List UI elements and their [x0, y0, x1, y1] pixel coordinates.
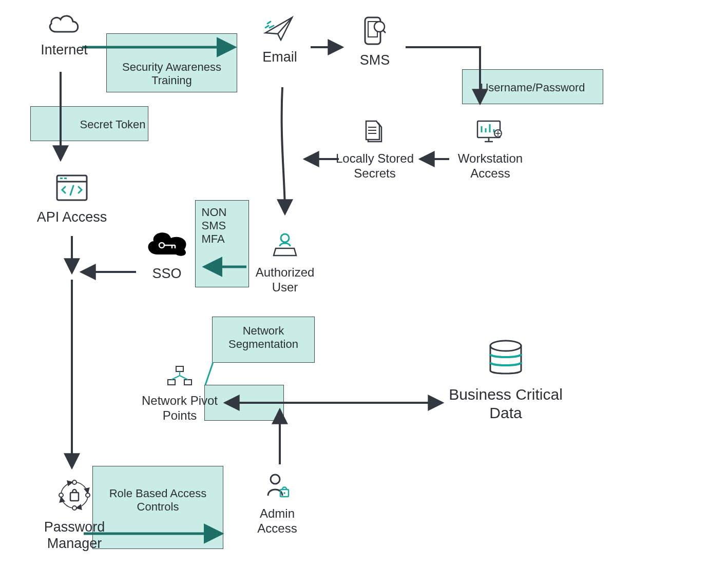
node-label: Locally Stored Secrets	[329, 151, 421, 181]
svg-point-9	[281, 234, 289, 242]
control-label: Role Based Access Controls	[102, 487, 215, 514]
svg-point-17	[72, 480, 76, 484]
node-label: Network Pivot Points	[141, 394, 218, 423]
cloud-key-icon	[136, 226, 198, 263]
control-security-awareness-training: Security Awareness Training	[106, 33, 237, 92]
network-icon	[141, 364, 218, 391]
node-label: Email	[246, 49, 313, 65]
node-label: Internet	[31, 42, 98, 58]
control-label: Secret Token	[72, 118, 154, 131]
node-label: SMS	[349, 52, 400, 68]
node-label: Authorized User	[246, 265, 323, 295]
node-business-critical-data: Business Critical Data	[447, 339, 565, 422]
node-network-pivot-points: Network Pivot Points	[141, 364, 218, 423]
user-lock-icon	[246, 472, 308, 504]
node-label: API Access	[26, 209, 118, 225]
monitor-icon	[447, 118, 534, 149]
node-label: Workstation Access	[447, 151, 534, 181]
svg-point-20	[86, 493, 90, 497]
lock-cycle-icon	[31, 477, 118, 517]
diagram-canvas: { "nodes": { "internet": "Internet", "em…	[0, 0, 728, 588]
svg-point-21	[490, 341, 521, 351]
node-locally-stored-secrets: Locally Stored Secrets	[329, 118, 421, 181]
node-username-password: Username/Password	[462, 69, 603, 104]
node-label: SSO	[136, 265, 198, 282]
node-label: Username/Password	[471, 81, 595, 94]
control-network-segmentation: Network Segmentation	[212, 317, 315, 363]
svg-point-13	[271, 475, 280, 484]
node-admin-access: Admin Access	[246, 472, 308, 536]
user-laptop-icon	[246, 231, 323, 263]
svg-rect-6	[60, 178, 63, 179]
svg-rect-11	[168, 380, 175, 385]
node-sso: SSO	[136, 226, 198, 282]
control-label: NON SMS MFA	[202, 206, 243, 246]
control-secret-token: Secret Token	[30, 106, 148, 141]
cloud-icon	[31, 11, 98, 40]
node-label: Admin Access	[246, 506, 308, 536]
svg-rect-12	[184, 380, 191, 385]
paper-plane-icon	[246, 14, 313, 47]
svg-point-19	[59, 493, 63, 497]
phone-icon	[349, 15, 400, 50]
node-internet: Internet	[31, 11, 98, 58]
documents-icon	[329, 118, 421, 149]
node-sms: SMS	[349, 15, 400, 68]
svg-point-18	[72, 506, 76, 510]
node-api-access: API Access	[26, 173, 118, 225]
svg-rect-5	[57, 175, 87, 200]
control-label: Network Segmentation	[217, 324, 310, 351]
code-window-icon	[26, 173, 118, 207]
node-label: Password Manager	[31, 519, 118, 552]
node-email: Email	[246, 14, 313, 65]
svg-rect-10	[176, 366, 183, 371]
control-label: Security Awareness Training	[116, 61, 228, 87]
svg-point-15	[283, 492, 285, 494]
svg-rect-16	[70, 493, 79, 501]
node-workstation-access: Workstation Access	[447, 118, 534, 181]
node-label: Business Critical Data	[447, 385, 565, 422]
node-password-manager: Password Manager	[31, 477, 118, 552]
node-authorized-user: Authorized User	[246, 231, 323, 295]
database-icon	[447, 339, 565, 383]
svg-rect-7	[64, 178, 67, 179]
control-non-sms-mfa: NON SMS MFA	[195, 200, 249, 287]
